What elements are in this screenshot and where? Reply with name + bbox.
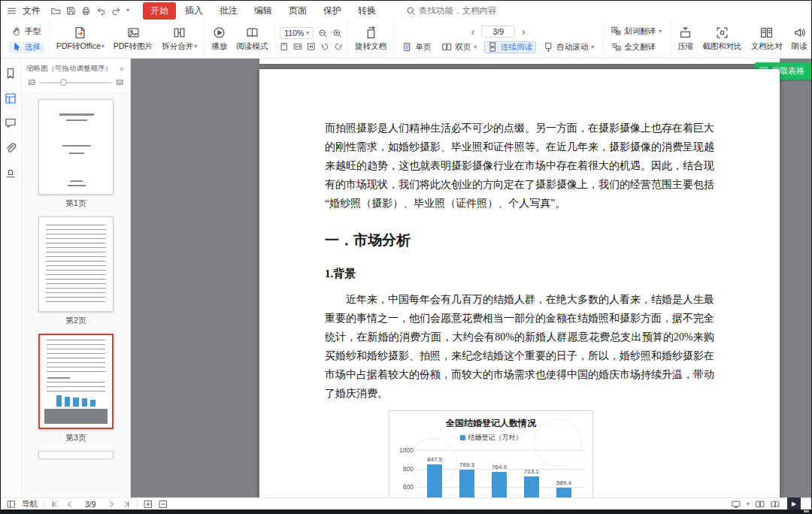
single-page-button[interactable]: 单页 [398, 41, 435, 53]
previous-page-icon[interactable] [65, 500, 74, 509]
zoom-in-icon[interactable] [332, 29, 342, 38]
thumbnails-panel-button[interactable] [5, 92, 18, 106]
menu-tab-批注[interactable]: 批注 [212, 2, 245, 20]
fit-width-icon[interactable] [293, 42, 302, 51]
double-page-button[interactable]: 双页 ▾ [438, 41, 480, 53]
thumb-larger-icon[interactable] [116, 78, 124, 86]
rotate-doc-button[interactable]: 旋转文档 [353, 26, 389, 52]
paragraph-2: 近年来，中国每年会有几百万的结婚人群，在绝大多数的人看来，结婚是人生最重要的事情… [325, 290, 714, 403]
view-mode-icon[interactable] [732, 500, 741, 509]
auto-scroll-button[interactable]: 自动滚动 ▾ [540, 41, 598, 53]
full-translate-button[interactable]: 全文翻译 [607, 41, 665, 53]
menu-tab-保护[interactable]: 保护 [316, 2, 349, 20]
fit-page-icon[interactable] [280, 42, 289, 51]
status-zoom-out-icon[interactable] [159, 500, 168, 509]
rotate-right-icon[interactable] [334, 42, 343, 51]
word-translate-button[interactable]: 划词翻译 ▾ [607, 26, 665, 38]
page-thumbnail-1[interactable] [38, 99, 114, 195]
auto-scroll-icon [544, 42, 553, 52]
hand-tool-label: 手型 [25, 26, 41, 37]
save-icon[interactable] [66, 6, 76, 16]
pdf-to-office-label: PDF转Office [56, 41, 101, 52]
close-panel-icon[interactable]: × [118, 65, 126, 74]
comments-panel-button[interactable] [5, 117, 18, 131]
window-bottom-edge [1, 509, 811, 513]
chart-bar-value-label: 789.3 [452, 461, 482, 468]
print-icon[interactable] [81, 6, 91, 16]
book-view-icon[interactable] [771, 500, 780, 509]
zoom-out-icon[interactable] [318, 29, 328, 38]
quickbar-caret-icon[interactable]: ▾ [126, 8, 129, 14]
caret-down-icon: ▾ [194, 44, 197, 50]
page-thumbnail-3[interactable] [38, 334, 114, 429]
facing-pages-icon[interactable] [756, 500, 765, 509]
doc-compare-button[interactable]: 文档比对 [749, 26, 785, 52]
menu-tab-页面[interactable]: 页面 [281, 2, 314, 20]
thumbnail-zoom-slider[interactable] [22, 77, 130, 92]
slideshow-play-button[interactable]: ▶ [787, 497, 801, 510]
thumb-smaller-icon[interactable] [28, 78, 36, 86]
first-page-icon[interactable] [50, 500, 59, 509]
compress-button[interactable]: 压缩 [675, 26, 695, 52]
navigation-icon[interactable] [7, 500, 16, 509]
chart-bar [427, 464, 442, 497]
read-mode-icon [246, 26, 259, 39]
menu-tab-插入[interactable]: 插入 [177, 2, 211, 20]
document-area[interactable]: 提取表格 而拍照摄影是人们精神生活必不可少的点缀。另一方面，在摄影摄像上也存在着… [131, 59, 811, 497]
page-thumbnail-2[interactable] [38, 216, 114, 312]
thumbnail-item[interactable]: 第3页 [38, 334, 114, 451]
read-mode-label: 阅读模式 [236, 41, 268, 52]
slider-track[interactable] [40, 82, 112, 83]
undo-icon[interactable] [96, 6, 106, 16]
bookmarks-panel-button[interactable] [5, 68, 18, 81]
caret-down-icon: ▾ [659, 29, 662, 35]
file-menu[interactable]: 文件 [20, 3, 44, 19]
continuous-read-button[interactable]: 连续阅读 [484, 41, 536, 53]
navigation-label[interactable]: 导航 [22, 499, 38, 509]
hand-tool-button[interactable]: 手型 [8, 26, 44, 38]
search-input[interactable] [419, 6, 517, 15]
play-button[interactable]: 播放 [209, 26, 229, 52]
continuous-read-icon [488, 42, 498, 52]
menu-tab-编辑[interactable]: 编辑 [247, 2, 280, 20]
prev-page-button[interactable]: ‹ [469, 26, 477, 37]
pdf-to-office-button[interactable]: PDF转Office▾ [54, 26, 107, 52]
open-icon[interactable] [51, 6, 61, 16]
quick-access-toolbar: ▾ [51, 6, 129, 16]
read-aloud-button[interactable]: 朗读 [789, 26, 810, 52]
status-page-indicator[interactable]: 3/9 [80, 500, 101, 509]
thumbnail-item[interactable]: 第1页 [38, 99, 114, 216]
auto-scroll-label: 自动滚动 [556, 42, 588, 53]
caret-down-icon[interactable]: ▾ [747, 501, 750, 507]
split-merge-button[interactable]: 拆分合并▾ [159, 26, 199, 52]
global-search[interactable] [406, 6, 517, 16]
signature-panel-button[interactable] [5, 167, 18, 180]
attachments-panel-button[interactable] [5, 142, 18, 156]
pdf-to-image-button[interactable]: PDF转图片 [111, 26, 156, 52]
thumbnail-mini-chart [56, 395, 95, 407]
next-page-icon[interactable] [107, 500, 116, 509]
menu-tabs: 开始插入批注编辑页面保护转换 [143, 2, 383, 20]
menu-tab-转换[interactable]: 转换 [350, 2, 383, 20]
slider-knob[interactable] [60, 79, 67, 86]
read-mode-button[interactable]: 阅读模式 [234, 26, 270, 52]
zoom-level-select[interactable]: 110% ▾ [280, 27, 314, 39]
select-tool-button[interactable]: 选择 [8, 41, 44, 53]
redo-icon[interactable] [111, 6, 121, 16]
rotate-left-icon[interactable] [320, 42, 329, 51]
select-tool-label: 选择 [25, 42, 41, 53]
menu-tab-开始[interactable]: 开始 [143, 2, 176, 20]
page-number-input[interactable]: 3/9 [481, 26, 515, 38]
main-menu-icon[interactable] [7, 6, 17, 16]
continuous-read-label: 连续阅读 [501, 42, 532, 53]
rotate-doc-icon [365, 26, 377, 39]
resize-corner-icon[interactable] [804, 510, 809, 512]
chart-bar [492, 472, 507, 497]
screenshot-compare-button[interactable]: 截图和对比 [700, 26, 744, 52]
status-zoom-in-icon[interactable] [144, 500, 153, 509]
page-thumbnail-next-partial[interactable] [38, 451, 114, 458]
last-page-icon[interactable] [122, 500, 131, 509]
next-page-button[interactable]: › [520, 26, 528, 37]
thumbnail-item[interactable]: 第2页 [38, 216, 114, 334]
actual-size-icon[interactable] [307, 42, 316, 51]
